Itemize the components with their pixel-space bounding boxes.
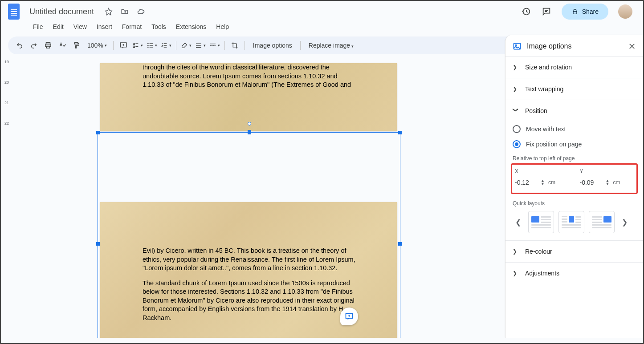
svg-rect-12 — [149, 43, 152, 44]
quick-layouts-label: Quick layouts — [513, 194, 636, 211]
recolour-section[interactable]: ❯ Re-colour — [505, 241, 643, 262]
radio-label: Fix position on page — [526, 141, 582, 148]
quick-layout-3[interactable] — [589, 211, 615, 233]
share-button[interactable]: Share — [562, 4, 608, 20]
svg-rect-7 — [133, 43, 135, 45]
svg-point-11 — [147, 47, 149, 48]
adjustments-section[interactable]: ❯ Adjustments — [505, 263, 643, 284]
move-folder-icon[interactable] — [121, 8, 129, 16]
image-options-panel: Image options ❯ Size and rotation ❯ Text… — [505, 35, 643, 338]
svg-rect-8 — [133, 46, 135, 47]
quick-layout-1[interactable] — [528, 211, 554, 233]
border-dash-button[interactable] — [208, 39, 221, 52]
menu-view[interactable]: View — [70, 21, 90, 32]
x-label: X — [515, 168, 569, 174]
text-wrapping-section[interactable]: ❯ Text wrapping — [505, 78, 643, 100]
svg-rect-13 — [149, 45, 152, 45]
share-label: Share — [582, 8, 599, 15]
menu-extensions[interactable]: Extensions — [172, 21, 210, 32]
menu-edit[interactable]: Edit — [49, 21, 67, 32]
x-position-input[interactable] — [515, 179, 539, 186]
menu-bar: File Edit View Insert Format Tools Exten… — [1, 19, 643, 36]
quick-layout-prev[interactable]: ❮ — [513, 215, 524, 229]
comments-icon[interactable] — [541, 6, 552, 17]
paint-format-button[interactable] — [70, 39, 83, 52]
menu-format[interactable]: Format — [118, 21, 145, 32]
radio-checked-icon — [513, 140, 521, 148]
svg-rect-14 — [149, 47, 152, 47]
position-section[interactable]: ❯ Position — [505, 100, 643, 121]
svg-rect-20 — [212, 45, 213, 45]
body-text: through the cites of the word in classic… — [143, 63, 361, 89]
docs-logo-icon[interactable] — [8, 4, 20, 20]
spellcheck-button[interactable] — [56, 39, 69, 52]
svg-rect-17 — [196, 47, 201, 48]
lock-icon — [571, 8, 579, 15]
bullet-list-button[interactable] — [146, 39, 158, 52]
svg-rect-15 — [196, 43, 201, 44]
chevron-right-icon: ❯ — [513, 248, 519, 255]
svg-point-10 — [147, 45, 149, 46]
vertical-ruler: 19 20 21 22 — [1, 54, 13, 338]
menu-help[interactable]: Help — [212, 21, 232, 32]
replace-image-button[interactable]: Replace image — [304, 42, 358, 49]
svg-point-24 — [515, 45, 517, 46]
chevron-right-icon: ❯ — [513, 270, 519, 276]
svg-point-9 — [147, 43, 149, 45]
border-weight-button[interactable] — [194, 39, 207, 52]
explore-fab[interactable] — [340, 308, 358, 325]
image-selection-box[interactable] — [98, 132, 400, 338]
chevron-right-icon: ❯ — [513, 64, 519, 70]
user-avatar[interactable] — [618, 4, 632, 19]
close-panel-button[interactable] — [628, 42, 636, 50]
position-xy-highlight: X ▲▼ cm Y ▲▼ cm — [511, 163, 638, 194]
svg-rect-21 — [214, 45, 216, 45]
move-with-text-radio[interactable]: Move with text — [513, 121, 636, 137]
relative-label: Relative to top left of page — [513, 152, 636, 163]
svg-rect-18 — [210, 44, 216, 44]
size-rotation-section[interactable]: ❯ Size and rotation — [505, 57, 643, 78]
unit-label: cm — [548, 179, 555, 186]
radio-label: Move with text — [526, 125, 566, 133]
y-stepper[interactable]: ▲▼ — [606, 179, 610, 186]
border-color-button[interactable] — [180, 39, 192, 52]
chevron-down-icon: ❯ — [513, 108, 519, 114]
redo-button[interactable] — [28, 39, 40, 52]
fix-position-radio[interactable]: Fix position on page — [513, 137, 636, 152]
menu-tools[interactable]: Tools — [148, 21, 170, 32]
svg-rect-5 — [75, 42, 78, 44]
numbered-list-button[interactable] — [160, 39, 172, 52]
cloud-status-icon[interactable] — [137, 8, 145, 16]
add-comment-button[interactable] — [117, 39, 130, 52]
crop-button[interactable] — [228, 39, 241, 52]
chevron-right-icon: ❯ — [513, 86, 519, 92]
panel-title: Image options — [527, 42, 623, 50]
undo-button[interactable] — [13, 39, 26, 52]
page-1: through the cites of the word in classic… — [100, 63, 397, 131]
menu-insert[interactable]: Insert — [93, 21, 116, 32]
history-icon[interactable] — [521, 6, 531, 17]
zoom-dropdown[interactable]: 100% — [85, 39, 110, 52]
quick-layout-next[interactable]: ❯ — [619, 215, 630, 229]
unit-label: cm — [613, 179, 620, 186]
star-icon[interactable] — [105, 8, 113, 16]
x-stepper[interactable]: ▲▼ — [541, 179, 545, 186]
radio-unchecked-icon — [513, 125, 521, 133]
checklist-button[interactable] — [131, 39, 144, 52]
menu-file[interactable]: File — [29, 21, 47, 32]
print-button[interactable] — [42, 39, 54, 52]
y-label: Y — [580, 168, 634, 174]
svg-rect-19 — [210, 45, 212, 45]
y-position-input[interactable] — [580, 179, 604, 186]
svg-rect-1 — [573, 11, 577, 14]
image-options-button[interactable]: Image options — [249, 42, 297, 49]
svg-rect-16 — [196, 45, 201, 45]
image-icon — [513, 42, 522, 51]
document-title[interactable]: Untitled document — [27, 6, 97, 17]
quick-layout-2[interactable] — [558, 211, 584, 233]
